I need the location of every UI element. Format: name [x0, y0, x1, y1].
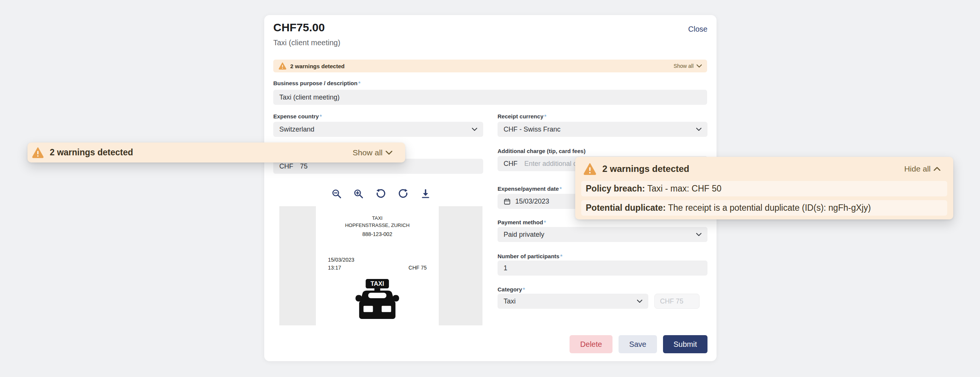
receipt-address: HOPFENSTRASSE, ZURICH — [316, 223, 439, 228]
receipt-preview-area: TAXI HOPFENSTRASSE, ZURICH 888-123-002 1… — [279, 206, 482, 325]
receipt-meta: 15/03/2023 13:17 CHF 75 — [316, 257, 439, 271]
chevron-down-icon — [472, 128, 477, 131]
page-background: { "ui": { "required_mark": "*" }, "color… — [0, 0, 980, 377]
receipt-time: 13:17 — [328, 265, 341, 271]
warning-title: Policy breach: — [586, 184, 645, 193]
popup-hide-all-label: Hide all — [904, 164, 931, 173]
warning-detail: The receipt is a potential duplicate (ID… — [668, 203, 871, 213]
zoom-out-icon[interactable] — [331, 189, 342, 199]
expense-subtitle: Taxi (client meeting) — [273, 38, 340, 47]
business-purpose-label-text: Business purpose / description — [273, 80, 357, 86]
additional-charge-label-text: Additional charge (tip, card fees) — [498, 148, 585, 154]
business-purpose-value: Taxi (client meeting) — [279, 94, 340, 102]
currency-prefix: CHF — [279, 162, 293, 170]
warning-detail: Taxi - max: CHF 50 — [647, 184, 721, 193]
required-asterisk: * — [560, 186, 562, 192]
warning-triangle-icon — [32, 147, 44, 158]
category-select[interactable]: Taxi — [498, 294, 648, 309]
category-label-text: Category — [498, 286, 522, 293]
required-asterisk: * — [560, 253, 562, 259]
delete-button[interactable]: Delete — [570, 335, 612, 353]
receipt-amount-value: 75 — [300, 162, 307, 170]
expense-date-value: 15/03/2023 — [515, 197, 549, 205]
required-asterisk: * — [544, 113, 547, 119]
banner-show-all-button[interactable]: Show all — [674, 63, 702, 69]
receipt-merchant: TAXI — [316, 215, 439, 221]
popup-hide-all-button[interactable]: Hide all — [904, 164, 940, 173]
taxi-icon: TAXI — [351, 279, 404, 319]
receipt-viewer-toolbar — [279, 186, 482, 202]
banner-show-all-label: Show all — [674, 63, 694, 69]
chevron-up-icon — [934, 167, 940, 171]
warnings-popup-expanded: 2 warnings detected Hide all Policy brea… — [575, 157, 953, 220]
additional-charge-label: Additional charge (tip, card fees) — [498, 148, 585, 154]
expense-date-label: Expense/payment date* — [498, 186, 562, 192]
participants-label-text: Number of participants — [498, 253, 559, 259]
svg-text:TAXI: TAXI — [371, 280, 384, 287]
chevron-down-icon — [696, 128, 702, 131]
warnings-popup-header: 2 warnings detected Hide all — [581, 161, 947, 177]
warnings-banner: 2 warnings detected Show all — [273, 60, 707, 72]
taxi-pictogram: TAXI — [316, 279, 439, 319]
category-value: Taxi — [504, 297, 515, 305]
save-button[interactable]: Save — [619, 335, 657, 353]
warnings-popup-collapsed: 2 warnings detected Show all — [27, 143, 405, 162]
payment-method-label-text: Payment method — [498, 219, 543, 226]
payment-method-select[interactable]: Paid privately — [498, 227, 708, 242]
receipt-image: TAXI HOPFENSTRASSE, ZURICH 888-123-002 1… — [316, 206, 439, 325]
warning-triangle-icon — [278, 62, 286, 70]
participants-input[interactable]: 1 — [498, 261, 708, 275]
receipt-currency-label-text: Receipt currency — [498, 113, 544, 119]
footer-actions: Delete Save Submit — [570, 335, 708, 353]
warnings-popup-text: 2 warnings detected — [602, 164, 689, 174]
popup-show-all-label: Show all — [353, 148, 383, 157]
expense-date-label-text: Expense/payment date — [498, 186, 559, 192]
receipt-currency-label: Receipt currency* — [498, 113, 547, 119]
expense-country-label: Expense country* — [273, 113, 322, 119]
download-icon[interactable] — [420, 189, 431, 199]
category-label: Category* — [498, 286, 525, 293]
receipt-currency-value: CHF - Swiss Franc — [504, 126, 560, 134]
calendar-icon — [504, 198, 511, 205]
business-purpose-label: Business purpose / description* — [273, 80, 360, 86]
required-asterisk: * — [358, 80, 360, 86]
expense-country-select[interactable]: Switzerland — [273, 122, 483, 137]
currency-prefix: CHF — [504, 160, 517, 168]
participants-label: Number of participants* — [498, 253, 562, 259]
chevron-down-icon — [386, 151, 392, 154]
warning-title: Potential duplicate: — [586, 203, 666, 213]
warning-triangle-icon — [584, 163, 596, 175]
category-amount-readonly: CHF 75 — [654, 294, 700, 309]
warning-item-potential-duplicate: Potential duplicate:The receipt is a pot… — [581, 200, 947, 216]
receipt-date: 15/03/2023 — [328, 257, 427, 263]
payment-method-label: Payment method* — [498, 219, 546, 226]
business-purpose-input[interactable]: Taxi (client meeting) — [273, 90, 707, 105]
close-button[interactable]: Close — [688, 25, 708, 33]
expense-country-value: Switzerland — [279, 126, 314, 134]
receipt-currency-select[interactable]: CHF - Swiss Franc — [498, 122, 708, 137]
warning-item-policy-breach: Policy breach:Taxi - max: CHF 50 — [581, 181, 947, 196]
chevron-down-icon — [637, 300, 642, 303]
category-amount-value: CHF 75 — [660, 297, 683, 305]
receipt-phone: 888-123-002 — [316, 231, 439, 237]
rotate-right-icon[interactable] — [398, 188, 409, 199]
participants-value: 1 — [504, 264, 508, 272]
submit-button[interactable]: Submit — [663, 335, 708, 353]
receipt-total: CHF 75 — [409, 265, 427, 271]
required-asterisk: * — [523, 286, 525, 293]
zoom-in-icon[interactable] — [353, 189, 364, 199]
payment-method-value: Paid privately — [504, 231, 544, 239]
expense-country-label-text: Expense country — [273, 113, 319, 119]
expense-amount-title: CHF75.00 — [273, 21, 325, 34]
rotate-left-icon[interactable] — [375, 188, 387, 199]
warnings-popup-text: 2 warnings detected — [50, 147, 133, 157]
required-asterisk: * — [320, 113, 322, 119]
required-asterisk: * — [544, 219, 546, 226]
chevron-down-icon — [697, 64, 702, 67]
warnings-banner-text: 2 warnings detected — [290, 63, 345, 69]
chevron-down-icon — [696, 233, 702, 236]
popup-show-all-button[interactable]: Show all — [353, 148, 392, 157]
